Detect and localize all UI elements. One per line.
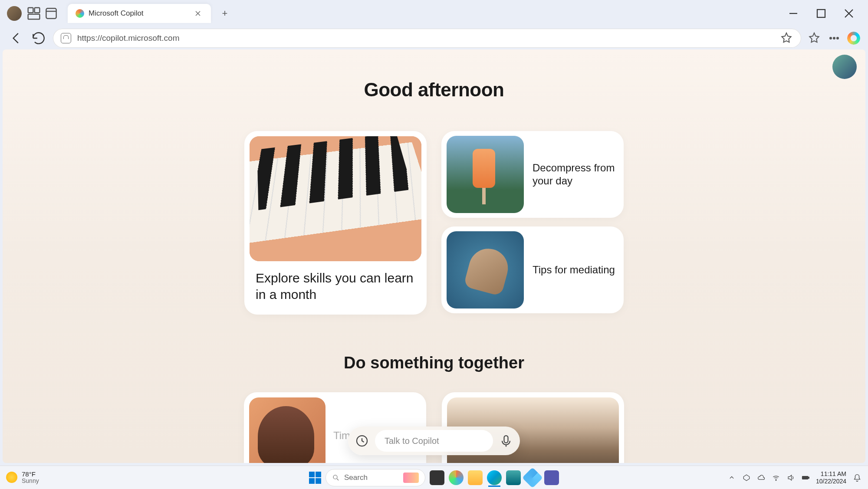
copilot-text-input[interactable]: Talk to Copilot <box>375 430 493 452</box>
svg-rect-9 <box>504 436 508 443</box>
svg-rect-13 <box>809 477 809 478</box>
address-bar-row: https://copilot.microsoft.com <box>0 27 868 49</box>
system-tray: 11:11 AM 10/22/2024 <box>727 470 862 485</box>
browser-tab[interactable]: Microsoft Copilot <box>68 4 211 23</box>
notifications-icon[interactable] <box>852 473 862 482</box>
taskbar-clock[interactable]: 11:11 AM 10/22/2024 <box>816 470 846 485</box>
search-highlight-icon <box>403 473 419 483</box>
input-placeholder: Talk to Copilot <box>385 436 439 446</box>
taskbar-center: Search <box>309 469 559 486</box>
suggestion-cards-row: Explore skills you can learn in a month … <box>3 131 865 315</box>
ms-store-icon[interactable] <box>506 470 521 485</box>
page-content: Good afternoon Explore skills you can le… <box>3 49 865 463</box>
url-text: https://copilot.microsoft.com <box>77 33 773 43</box>
tab-title: Microsoft Copilot <box>89 9 193 18</box>
suggestion-card-large[interactable]: Explore skills you can learn in a month <box>244 131 427 315</box>
site-info-lock-icon[interactable] <box>61 33 71 43</box>
card-image-person <box>249 397 326 463</box>
maximize-button[interactable] <box>813 6 829 21</box>
card-image-piano <box>250 136 421 261</box>
history-icon[interactable] <box>354 433 370 449</box>
card-title: Decompress from your day <box>533 161 618 187</box>
greeting-heading: Good afternoon <box>3 79 865 101</box>
svg-point-10 <box>333 475 337 479</box>
battery-icon[interactable] <box>801 473 810 482</box>
minimize-button[interactable] <box>786 6 801 21</box>
copilot-app-icon[interactable] <box>522 467 543 488</box>
card-title: Explore skills you can learn in a month <box>256 270 415 302</box>
back-button[interactable] <box>8 30 24 46</box>
file-explorer-icon[interactable] <box>468 470 483 485</box>
taskbar-search[interactable]: Search <box>326 469 425 486</box>
copilot-favicon-icon <box>76 9 84 18</box>
svg-point-6 <box>833 37 835 39</box>
svg-rect-4 <box>817 10 825 17</box>
window-titlebar: Microsoft Copilot + <box>0 0 868 27</box>
copilot-sidebar-icon[interactable] <box>847 32 860 45</box>
window-controls <box>786 6 865 21</box>
edge-icon[interactable] <box>487 470 502 485</box>
svg-point-5 <box>830 37 832 39</box>
address-bar[interactable]: https://copilot.microsoft.com <box>53 29 801 48</box>
close-window-button[interactable] <box>841 6 857 21</box>
svg-rect-12 <box>802 476 808 479</box>
add-favorite-icon[interactable] <box>779 31 793 45</box>
microphone-icon[interactable] <box>498 433 514 449</box>
suggestion-card-decompress[interactable]: Decompress from your day <box>441 131 624 218</box>
svg-point-11 <box>776 480 776 481</box>
svg-rect-1 <box>35 8 40 13</box>
copilot-input-bar: Talk to Copilot <box>348 427 520 455</box>
new-tab-button[interactable]: + <box>216 5 233 22</box>
start-button[interactable] <box>309 472 321 484</box>
sun-icon <box>6 472 17 483</box>
teams-icon[interactable] <box>544 470 559 485</box>
windows-taskbar: 78°F Sunny Search 11:11 AM 10/22/2024 <box>0 466 868 489</box>
search-placeholder: Search <box>344 473 368 482</box>
volume-icon[interactable] <box>786 473 795 482</box>
user-avatar[interactable] <box>832 55 857 79</box>
svg-rect-2 <box>28 14 40 20</box>
tray-cloud-icon[interactable] <box>757 473 766 482</box>
tray-chevron-icon[interactable] <box>727 473 736 482</box>
card-image-popsicle <box>447 136 524 213</box>
tab-actions-icon[interactable] <box>43 5 60 22</box>
refresh-button[interactable] <box>30 30 47 46</box>
settings-more-icon[interactable] <box>827 31 841 45</box>
section-heading: Do something together <box>3 354 865 372</box>
weather-condition: Sunny <box>22 478 39 484</box>
taskbar-weather[interactable]: 78°F Sunny <box>6 471 39 485</box>
profile-avatar-small[interactable] <box>7 6 22 21</box>
workspaces-icon[interactable] <box>25 5 43 22</box>
clock-date: 10/22/2024 <box>816 478 846 485</box>
svg-point-7 <box>837 37 838 39</box>
weather-temp: 78°F <box>22 471 39 478</box>
close-tab-icon[interactable] <box>193 8 203 19</box>
suggestion-card-mediating[interactable]: Tips for mediating <box>441 226 624 313</box>
clock-time: 11:11 AM <box>816 470 846 478</box>
wifi-icon[interactable] <box>772 473 780 482</box>
favorites-icon[interactable] <box>807 31 821 45</box>
tray-onedrive-icon[interactable] <box>742 473 751 482</box>
taskview-icon[interactable] <box>430 470 444 485</box>
card-title: Tips for mediating <box>533 263 615 276</box>
taskbar-copilot-icon[interactable] <box>449 470 464 485</box>
svg-rect-0 <box>28 8 33 13</box>
svg-rect-3 <box>46 8 56 18</box>
card-image-water-hand <box>447 231 524 308</box>
